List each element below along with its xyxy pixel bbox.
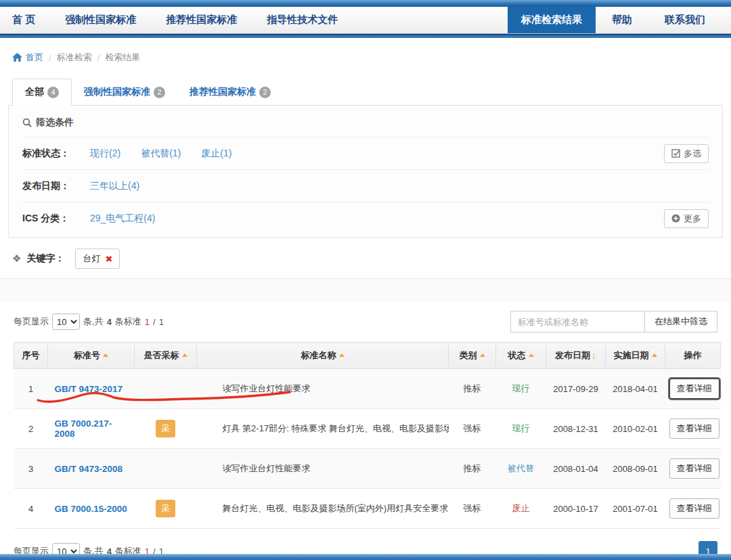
result-filter-button[interactable]: 在结果中筛选 [644, 311, 717, 332]
standard-code-link[interactable]: GB 7000.217-2008 [55, 418, 112, 439]
standard-code-link[interactable]: GB 7000.15-2000 [55, 504, 127, 514]
table-row: 4 GB 7000.15-2000 采 舞台灯光、电视、电影及摄影场所(室内外)… [14, 489, 721, 529]
category-cell: 推标 [449, 369, 496, 409]
result-filter-input[interactable] [510, 311, 644, 332]
page-separator: / [153, 317, 156, 327]
main-navbar: 首 页 强制性国家标准 推荐性国家标准 指导性技术文件 标准检索结果 帮助 联系… [0, 7, 731, 34]
view-detail-button[interactable]: 查看详细 [669, 418, 719, 439]
breadcrumb: 首页 / 标准检索 / 检索结果 [0, 38, 731, 70]
header-publish-date[interactable]: 发布日期↓ [546, 343, 606, 369]
tab-recommended-count-badge: 2 [259, 87, 271, 98]
breadcrumb-level2: 检索结果 [105, 51, 140, 64]
filter-panel-title: 筛选条件 [9, 106, 722, 137]
results-section: 每页显示 10 条,共 4 条标准 1 / 1 在结果中筛选 序号 [14, 311, 717, 560]
header-impl-date[interactable]: 实施日期 [606, 343, 665, 369]
sort-asc-icon [529, 353, 534, 357]
per-page-select[interactable]: 10 [52, 314, 80, 330]
table-row: 2 GB 7000.217-2008 采 灯具 第2-17部分: 特殊要求 舞台… [14, 409, 721, 449]
header-category[interactable]: 类别 [449, 343, 496, 369]
standard-code-link[interactable]: GB/T 9473-2017 [55, 384, 123, 394]
view-detail-button[interactable]: 查看详细 [669, 498, 719, 519]
sort-asc-icon [103, 353, 108, 357]
section-divider-band [0, 278, 731, 303]
adopted-cell [135, 369, 197, 409]
top-blue-strip [0, 0, 731, 7]
filter-ics-label: ICS 分类： [22, 213, 90, 225]
per-page-prefix: 每页显示 [14, 316, 49, 328]
breadcrumb-level1[interactable]: 标准检索 [57, 51, 92, 64]
nav-item-help[interactable]: 帮助 [596, 7, 648, 33]
filter-row-status: 标准状态： 现行(2) 被代替(1) 废止(1) 多选 [22, 137, 709, 169]
publish-date-cell: 2008-12-31 [546, 409, 606, 449]
publish-date-cell: 2000-10-17 [546, 489, 606, 529]
standard-name-cell: 灯具 第2-17部分: 特殊要求 舞台灯光、电视、电影及摄影场所… [197, 409, 449, 449]
table-header-row: 序号 标准号 是否采标 标准名称 类别 状态 发布日期↓ 实施日期 操作 [14, 343, 721, 369]
nav-item-contact-us[interactable]: 联系我们 [648, 7, 722, 33]
breadcrumb-home-link[interactable]: 首页 [12, 51, 43, 64]
header-standard-code[interactable]: 标准号 [48, 343, 135, 369]
filter-publish-date-option[interactable]: 三年以上(4) [90, 180, 139, 192]
table-row: 3 GB/T 9473-2008 读写作业台灯性能要求 推标 被代替 2008-… [14, 449, 721, 489]
publish-date-cell: 2008-01-04 [546, 449, 606, 489]
total-unit: 条标准 [115, 316, 141, 328]
filter-title-label: 筛选条件 [36, 116, 74, 129]
per-page-mid: 条,共 [83, 316, 104, 328]
nav-item-recommended-standards[interactable]: 推荐性国家标准 [166, 14, 237, 26]
multi-select-button[interactable]: 多选 [664, 144, 709, 163]
keyword-label: 关键字： [26, 253, 64, 265]
tab-recommended[interactable]: 推荐性国家标准 2 [177, 79, 283, 105]
total-pages: 1 [159, 317, 164, 327]
keyword-tag-text: 台灯 [83, 253, 100, 265]
checkbox-icon [671, 149, 680, 158]
standard-name-cell: 读写作业台灯性能要求 [197, 449, 449, 489]
filter-status-option-active[interactable]: 现行(2) [90, 148, 120, 160]
current-page: 1 [145, 317, 150, 327]
row-index: 2 [14, 409, 48, 449]
tab-mandatory[interactable]: 强制性国家标准 2 [72, 79, 177, 105]
header-index: 序号 [14, 343, 48, 369]
tab-all[interactable]: 全部 4 [12, 79, 72, 106]
tab-mandatory-count-badge: 2 [154, 87, 165, 98]
view-detail-button[interactable]: 查看详细 [669, 379, 719, 399]
category-cell: 强标 [449, 409, 496, 449]
impl-date-cell: 2010-02-01 [606, 409, 665, 449]
result-filter-group: 在结果中筛选 [510, 311, 717, 332]
tab-all-count-badge: 4 [47, 87, 59, 98]
adopted-badge: 采 [156, 420, 175, 437]
nav-item-search-results-active[interactable]: 标准检索结果 [508, 7, 596, 33]
multi-select-label: 多选 [684, 148, 701, 160]
standard-code-link[interactable]: GB/T 9473-2008 [55, 464, 123, 474]
more-button[interactable]: 更多 [664, 209, 709, 228]
filter-status-label: 标准状态： [22, 148, 90, 160]
category-cell: 推标 [449, 449, 496, 489]
tab-mandatory-label: 强制性国家标准 [84, 86, 150, 98]
header-status[interactable]: 状态 [496, 343, 546, 369]
keyword-tag-close-icon[interactable]: ✖ [105, 254, 112, 264]
nav-item-mandatory-standards[interactable]: 强制性国家标准 [65, 14, 136, 26]
filter-status-option-replaced[interactable]: 被代替(1) [141, 148, 181, 160]
per-page-control-top: 每页显示 10 条,共 4 条标准 1 / 1 [14, 314, 164, 330]
keyword-icon: ❖ [12, 253, 21, 265]
row-index: 1 [14, 369, 48, 409]
header-adopted[interactable]: 是否采标 [135, 343, 197, 369]
impl-date-cell: 2018-04-01 [606, 369, 665, 409]
status-cell: 现行 [496, 369, 546, 409]
view-detail-button[interactable]: 查看详细 [669, 458, 719, 479]
plus-circle-icon [671, 214, 680, 223]
breadcrumb-separator: / [49, 53, 51, 63]
tab-all-label: 全部 [25, 86, 44, 98]
total-count: 4 [107, 317, 112, 327]
breadcrumb-separator: / [97, 53, 100, 63]
header-standard-name[interactable]: 标准名称 [197, 343, 449, 369]
status-cell: 被代替 [496, 449, 546, 489]
filter-publish-date-label: 发布日期： [22, 180, 90, 192]
standards-table-wrap: 序号 标准号 是否采标 标准名称 类别 状态 发布日期↓ 实施日期 操作 1 G… [14, 342, 717, 529]
sort-asc-icon [480, 353, 485, 357]
nav-item-home[interactable]: 首 页 [12, 14, 35, 26]
adopted-badge: 采 [156, 500, 175, 517]
sort-desc-icon: ↓ [592, 350, 596, 361]
filter-ics-option[interactable]: 29_电气工程(4) [90, 213, 155, 225]
category-cell: 强标 [449, 489, 496, 529]
nav-item-guidance-documents[interactable]: 指导性技术文件 [267, 14, 338, 26]
filter-status-option-abolished[interactable]: 废止(1) [201, 148, 231, 160]
